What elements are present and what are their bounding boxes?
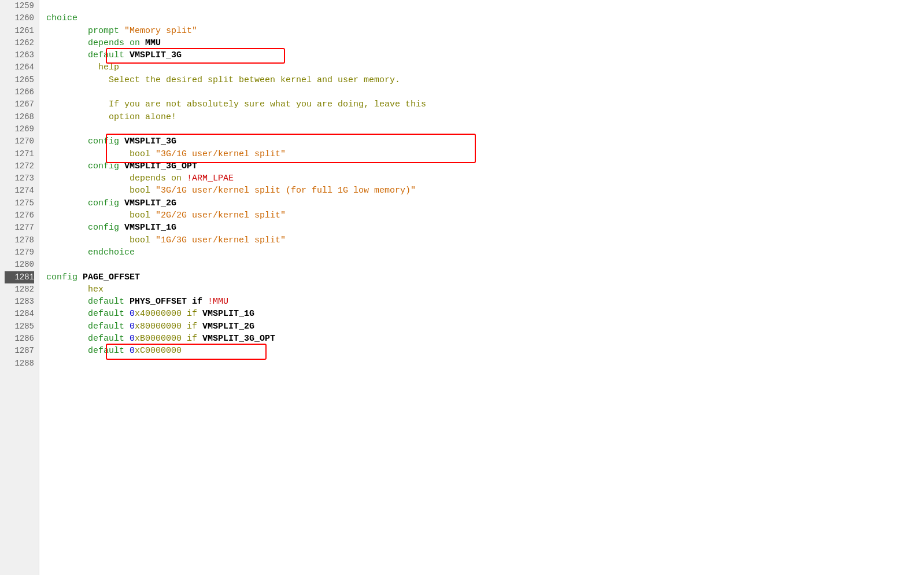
code-line xyxy=(46,357,924,370)
line-number-1277: 1277 xyxy=(5,222,34,234)
line-number-1276: 1276 xyxy=(5,209,34,222)
code-segment: help xyxy=(46,62,119,72)
code-line: config PAGE_OFFSET xyxy=(46,271,924,283)
code-segment: !MMU xyxy=(208,297,228,307)
line-number-1282: 1282 xyxy=(5,283,34,296)
code-segment: "Memory split" xyxy=(124,26,197,36)
code-line: bool "2G/2G user/kernel split" xyxy=(46,209,924,222)
code-segment: VMSPLIT_3G_OPT xyxy=(202,334,275,344)
code-segment: 0 xyxy=(130,322,135,331)
code-line: hex xyxy=(46,283,924,296)
line-number-1284: 1284 xyxy=(5,308,34,320)
code-segment: bool xyxy=(46,211,156,220)
line-number-1279: 1279 xyxy=(5,246,34,259)
code-segment: MMU xyxy=(145,38,161,48)
code-segment: default xyxy=(46,334,130,344)
code-line: default 0x80000000 if VMSPLIT_2G xyxy=(46,320,924,333)
code-segment: 0 xyxy=(130,346,135,356)
code-line: default VMSPLIT_3G xyxy=(46,49,924,61)
code-segment: VMSPLIT_1G xyxy=(124,223,176,233)
line-number-1280: 1280 xyxy=(5,259,34,271)
line-number-1261: 1261 xyxy=(5,25,34,37)
line-number-1274: 1274 xyxy=(5,185,34,197)
code-segment: option alone! xyxy=(46,112,176,122)
code-segment: !ARM_LPAE xyxy=(187,174,234,183)
code-line: bool "1G/3G user/kernel split" xyxy=(46,234,924,246)
code-segment: config xyxy=(46,198,124,208)
code-segment: config xyxy=(46,161,124,171)
line-number-1269: 1269 xyxy=(5,123,34,135)
code-line: config VMSPLIT_2G xyxy=(46,197,924,209)
code-line: help xyxy=(46,61,924,73)
code-line: bool "3G/1G user/kernel split (for full … xyxy=(46,185,924,197)
code-line: depends on !ARM_LPAE xyxy=(46,172,924,185)
code-segment: if xyxy=(187,297,208,307)
code-line: default 0xC0000000 xyxy=(46,345,924,357)
code-line xyxy=(46,0,924,12)
code-line xyxy=(46,86,924,98)
code-segment: Select the desired split between kernel … xyxy=(46,75,400,85)
code-segment: default xyxy=(46,297,130,307)
line-number-1287: 1287 xyxy=(5,345,34,357)
line-number-1265: 1265 xyxy=(5,74,34,86)
code-segment: If you are not absolutely sure what you … xyxy=(46,99,426,109)
line-number-1272: 1272 xyxy=(5,160,34,172)
code-segment: bool xyxy=(46,235,156,245)
code-segment: VMSPLIT_2G xyxy=(202,322,254,331)
line-number-1288: 1288 xyxy=(5,357,34,370)
code-segment: "1G/3G user/kernel split" xyxy=(156,235,286,245)
code-segment: default xyxy=(46,346,130,356)
line-number-1270: 1270 xyxy=(5,135,34,148)
code-segment: xC0000000 xyxy=(135,346,182,356)
code-content[interactable]: choice prompt "Memory split" depends on … xyxy=(39,0,924,575)
code-line: config VMSPLIT_3G xyxy=(46,135,924,148)
code-segment: "2G/2G user/kernel split" xyxy=(156,211,286,220)
code-segment: default xyxy=(46,309,130,319)
code-line xyxy=(46,259,924,271)
code-segment: config xyxy=(46,137,124,146)
code-segment: VMSPLIT_2G xyxy=(124,198,176,208)
line-number-1273: 1273 xyxy=(5,172,34,185)
code-segment: depends on xyxy=(46,174,187,183)
code-segment: config xyxy=(46,272,83,282)
code-segment: PAGE_OFFSET xyxy=(83,272,140,282)
code-line: default 0xB0000000 if VMSPLIT_3G_OPT xyxy=(46,333,924,345)
code-line: prompt "Memory split" xyxy=(46,25,924,37)
line-number-1262: 1262 xyxy=(5,37,34,49)
line-number-1283: 1283 xyxy=(5,296,34,308)
code-segment: hex xyxy=(46,285,104,294)
code-segment: 0 xyxy=(130,309,135,319)
code-line xyxy=(46,123,924,135)
code-segment: depends on xyxy=(46,38,145,48)
code-segment: config xyxy=(46,223,124,233)
code-line: bool "3G/1G user/kernel split" xyxy=(46,148,924,160)
code-segment: VMSPLIT_3G xyxy=(124,137,176,146)
code-line: config VMSPLIT_3G_OPT xyxy=(46,160,924,172)
line-number-1259: 1259 xyxy=(5,0,34,12)
line-number-1271: 1271 xyxy=(5,148,34,160)
line-number-1266: 1266 xyxy=(5,86,34,98)
code-line: depends on MMU xyxy=(46,37,924,49)
line-number-1268: 1268 xyxy=(5,111,34,123)
line-number-1281: 1281 xyxy=(5,271,34,283)
code-line: endchoice xyxy=(46,246,924,259)
code-segment: choice xyxy=(46,13,77,23)
line-number-1264: 1264 xyxy=(5,61,34,73)
line-number-1286: 1286 xyxy=(5,333,34,345)
code-line: option alone! xyxy=(46,111,924,123)
code-line: default PHYS_OFFSET if !MMU xyxy=(46,296,924,308)
code-segment: PHYS_OFFSET xyxy=(130,297,187,307)
line-numbers: 1259126012611262126312641265126612671268… xyxy=(0,0,39,575)
code-line: Select the desired split between kernel … xyxy=(46,74,924,86)
code-segment: default xyxy=(46,50,130,60)
code-segment: bool xyxy=(46,149,156,159)
code-segment: x40000000 if xyxy=(135,309,202,319)
code-segment: endchoice xyxy=(46,248,135,257)
code-line: If you are not absolutely sure what you … xyxy=(46,98,924,110)
code-segment: 0 xyxy=(130,334,135,344)
code-segment: x80000000 if xyxy=(135,322,202,331)
line-number-1263: 1263 xyxy=(5,49,34,61)
code-segment: VMSPLIT_3G_OPT xyxy=(124,161,197,171)
line-number-1278: 1278 xyxy=(5,234,34,246)
line-number-1285: 1285 xyxy=(5,320,34,333)
